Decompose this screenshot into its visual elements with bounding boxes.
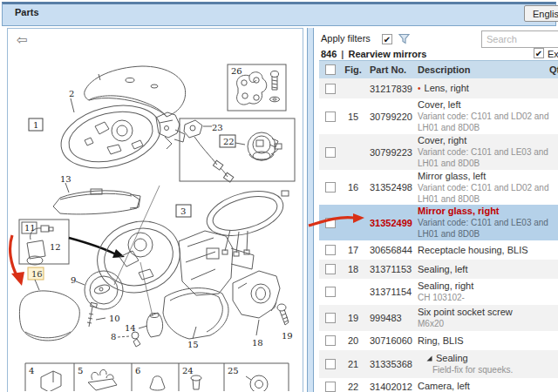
part-no[interactable]: 31352499 [370, 218, 418, 228]
panel-splitter[interactable] [307, 28, 314, 392]
table-row[interactable]: 30799223 Cover, rightVariant code: C101 … [319, 134, 558, 170]
section-number: 846 [321, 49, 337, 59]
part-no[interactable]: 31402012 [370, 382, 418, 392]
row-checkbox[interactable] [325, 264, 336, 274]
window-titlebar [2, 2, 556, 26]
table-row[interactable]: 22 31402012 Camera, leftVariant code: LH… [319, 378, 558, 392]
apply-filters-label: Apply filters [321, 33, 371, 44]
table-row[interactable]: 31371154 Sealing, rightCH 103102- [319, 279, 558, 305]
svg-text:26: 26 [231, 66, 242, 76]
annotation-arrow-glass [10, 235, 24, 286]
section-separator: | [341, 49, 344, 59]
svg-text:22: 22 [223, 137, 235, 146]
table-row[interactable]: 18 31371153 Sealing, left [319, 260, 558, 279]
row-checkbox[interactable] [325, 182, 336, 193]
svg-text:12: 12 [50, 242, 61, 252]
part-no[interactable]: 31352498 [370, 182, 418, 193]
parts-diagram: 2 1 26 23 22 3 13 11 12 16 9 10 14 8 15 … [8, 29, 303, 391]
part-no[interactable]: 30799223 [370, 147, 418, 158]
row-checkbox[interactable] [325, 382, 336, 392]
section-heading: 846|Rearview mirrors [321, 49, 426, 59]
row-checkbox[interactable] [325, 359, 336, 369]
svg-text:1: 1 [33, 120, 38, 130]
col-part-no[interactable]: Part No. [370, 64, 418, 75]
part-no[interactable]: 31371154 [370, 287, 418, 297]
table-row[interactable]: 15 30799220 Cover, leftVariant code: C10… [319, 98, 558, 134]
part-no[interactable]: 31371153 [370, 264, 418, 274]
svg-text:5: 5 [78, 366, 83, 375]
svg-text:11: 11 [24, 223, 36, 233]
select-all-checkbox[interactable] [325, 64, 336, 75]
search-input[interactable] [481, 30, 558, 48]
col-qty[interactable]: Qty [549, 64, 558, 75]
row-checkbox[interactable] [325, 84, 336, 94]
page-title: Parts [15, 7, 39, 17]
part-no[interactable]: 999483 [370, 313, 418, 323]
svg-text:6: 6 [135, 366, 140, 375]
row-checkbox[interactable] [325, 287, 336, 297]
apply-filters-checkbox[interactable]: ✔ [382, 34, 392, 44]
svg-text:25: 25 [228, 366, 239, 375]
part-no[interactable]: 30656844 [370, 245, 418, 255]
row-checkbox[interactable] [325, 147, 336, 158]
filter-icon[interactable] [398, 33, 410, 44]
svg-text:2: 2 [69, 89, 74, 98]
table-row[interactable]: 17 30656844 Receptacle housing, BLIS [319, 240, 558, 260]
substitute-bullet-icon: • [418, 84, 421, 93]
col-fig[interactable]: Fig. [341, 64, 365, 75]
row-checkbox[interactable] [325, 112, 336, 122]
part-no[interactable]: 30799220 [370, 112, 418, 122]
table-row[interactable]: 16 31352498 Mirror glass, leftVariant co… [319, 170, 558, 205]
section-title: Rearview mirrors [348, 49, 426, 59]
col-description[interactable]: Description [418, 64, 550, 76]
svg-text:9: 9 [71, 275, 76, 285]
table-header: Fig. Part No. Description Qty [319, 60, 558, 78]
annotation-arrow-selected-part [307, 211, 370, 232]
svg-text:23: 23 [212, 123, 223, 132]
svg-text:16: 16 [31, 269, 43, 279]
svg-text:19: 19 [282, 331, 293, 341]
exact-checkbox[interactable]: ✔ [534, 48, 544, 58]
table-row[interactable]: 21 31335368 SealingField-fix for squeeks… [319, 350, 558, 378]
svg-text:4: 4 [29, 366, 34, 375]
exact-label: Ex [548, 49, 558, 59]
svg-text:13: 13 [60, 174, 71, 184]
svg-text:15: 15 [187, 340, 199, 349]
svg-text:14: 14 [125, 323, 136, 333]
substitute-triangle-icon[interactable] [426, 355, 432, 362]
row-checkbox[interactable] [325, 335, 336, 346]
table-row[interactable]: 20 30716060 Ring, BLIS [319, 331, 558, 350]
part-no[interactable]: 30716060 [370, 335, 418, 346]
row-checkbox[interactable] [325, 313, 336, 323]
svg-text:10: 10 [109, 314, 120, 323]
svg-text:18: 18 [252, 338, 263, 348]
svg-text:3: 3 [180, 206, 186, 216]
part-no[interactable]: 31335368 [370, 359, 418, 369]
table-row[interactable]: 31217839 •Lens, right [319, 78, 558, 98]
svg-text:8: 8 [111, 332, 116, 341]
svg-text:24: 24 [182, 366, 194, 375]
part-no[interactable]: 31217839 [370, 84, 418, 94]
language-button[interactable]: English [524, 5, 558, 22]
row-checkbox[interactable] [325, 245, 336, 255]
diagram-panel: ⇦ [7, 28, 303, 392]
table-row[interactable]: 19 999483 Six point socket screwM6x20 [319, 305, 558, 331]
